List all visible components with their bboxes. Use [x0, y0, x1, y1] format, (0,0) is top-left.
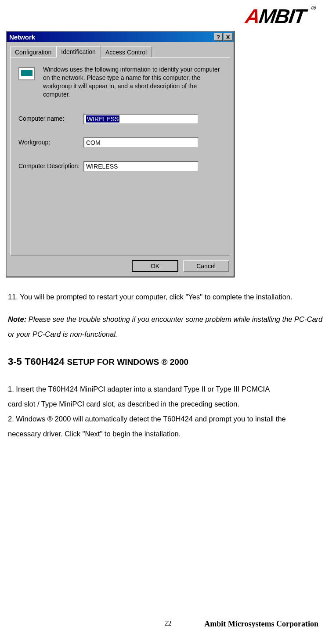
- note-text: Please see the trouble shooting if you e…: [8, 315, 322, 338]
- document-body: 11. You will be prompted to restart your…: [8, 290, 323, 442]
- row-description: Computer Description: WIRELESS: [18, 161, 222, 172]
- cancel-button[interactable]: Cancel: [183, 260, 229, 272]
- page-number: 22: [165, 619, 172, 627]
- logo-header: AMBIT®: [8, 4, 323, 28]
- label-workgroup: Workgroup:: [18, 139, 83, 146]
- input-description[interactable]: WIRELESS: [83, 161, 199, 172]
- step-2000-2b: necessary driver. Click "Next" to begin …: [8, 427, 323, 442]
- heading-main: 3-5 T60H424: [8, 356, 67, 367]
- ambit-logo: AMBIT®: [244, 4, 307, 28]
- input-workgroup[interactable]: COM: [83, 137, 199, 148]
- tab-identification[interactable]: Identification: [56, 46, 101, 58]
- step-2000-1a: 1. Insert the T60H424 MiniPCI adapter in…: [8, 382, 323, 397]
- network-dialog: Network ? X Configuration Identification…: [6, 31, 235, 277]
- corp-name: Ambit Microsystems Corporation: [204, 619, 318, 629]
- logo-reg: ®: [311, 4, 316, 11]
- heading-sub: SETUP FOR WINDOWS ® 2000: [67, 357, 189, 367]
- step-11: 11. You will be prompted to restart your…: [8, 290, 323, 305]
- tabs-row: Configuration Identification Access Cont…: [7, 42, 234, 57]
- section-heading: 3-5 T60H424 SETUP FOR WINDOWS ® 2000: [8, 352, 323, 371]
- intro-row: Windows uses the following information t…: [18, 65, 222, 99]
- step-2000-1b: card slot / Type MiniPCI card slot, as d…: [8, 397, 323, 412]
- dialog-title: Network: [9, 33, 213, 41]
- close-button[interactable]: X: [224, 33, 232, 41]
- page-footer: 22 Ambit Microsystems Corporation: [0, 619, 336, 627]
- row-computer-name: Computer name: WIRELESS: [18, 114, 222, 124]
- help-button[interactable]: ?: [214, 33, 223, 41]
- label-computer-name: Computer name:: [18, 115, 83, 122]
- label-description: Computer Description:: [18, 162, 83, 170]
- ok-button[interactable]: OK: [132, 260, 178, 272]
- note-label: Note:: [8, 315, 26, 323]
- intro-text: Windows uses the following information t…: [43, 65, 222, 99]
- logo-letters-mbit: MBIT: [258, 5, 307, 28]
- tab-configuration[interactable]: Configuration: [10, 47, 56, 57]
- button-bar: OK Cancel: [7, 260, 234, 277]
- title-bar: Network ? X: [7, 32, 234, 42]
- computer-icon: [18, 67, 38, 86]
- input-computer-name[interactable]: WIRELESS: [83, 114, 199, 124]
- tab-access-control[interactable]: Access Control: [101, 47, 152, 57]
- row-workgroup: Workgroup: COM: [18, 137, 222, 148]
- tab-panel: Windows uses the following information t…: [10, 57, 230, 255]
- note-paragraph: Note: Please see the trouble shooting if…: [8, 312, 323, 342]
- step-2000-2a: 2. Windows ® 2000 will automatically det…: [8, 412, 323, 427]
